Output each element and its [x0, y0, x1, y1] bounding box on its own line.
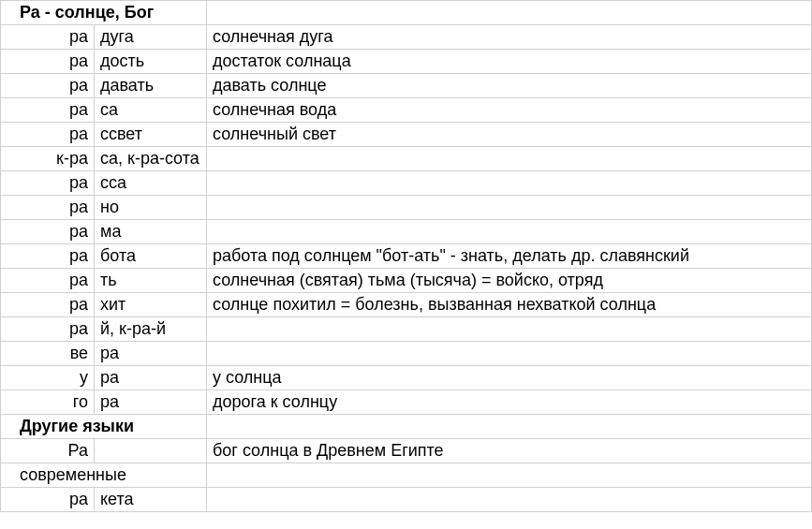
cell-prefix: у: [1, 366, 95, 390]
cell-prefix: ра: [1, 244, 95, 269]
cell-prefix: ра: [1, 269, 95, 293]
cell-meaning: [207, 196, 812, 220]
cell-suffix: ма: [95, 220, 207, 244]
cell-meaning: солнечная вода: [207, 98, 812, 123]
cell-prefix: ра: [1, 74, 95, 98]
table-row: вера: [1, 342, 812, 366]
cell-meaning: [207, 488, 812, 512]
cell-suffix: ра: [95, 366, 207, 390]
cell-meaning: работа под солнцем "бот-ать" - знать, де…: [207, 244, 812, 269]
cell-meaning: давать солнце: [207, 74, 812, 98]
table-row: рай, к-ра-й: [1, 317, 812, 342]
cell-prefix: ра: [1, 293, 95, 317]
table-row: радаватьдавать солнце: [1, 74, 812, 98]
cell-prefix: Ра: [1, 439, 95, 463]
cell-suffix: дость: [95, 50, 207, 74]
cell-suffix: ть: [95, 269, 207, 293]
cell-suffix: ра: [95, 390, 207, 415]
cell-prefix: ра: [1, 50, 95, 74]
cell-suffix: сса: [95, 171, 207, 196]
cell-meaning: у солнца: [207, 366, 812, 390]
cell-meaning: солнечный свет: [207, 123, 812, 147]
cell-meaning: [207, 463, 812, 488]
cell-prefix: го: [1, 390, 95, 415]
cell-meaning: бог солнца в Древнем Египте: [207, 439, 812, 463]
table-row: Рабог солнца в Древнем Египте: [1, 439, 812, 463]
table-row: Другие языки: [1, 415, 812, 439]
cell-meaning: [207, 147, 812, 171]
cell-prefix: ве: [1, 342, 95, 366]
cell-meaning: [207, 1, 812, 25]
table-row: радостьдостаток солнаца: [1, 50, 812, 74]
cell-meaning: [207, 220, 812, 244]
cell-suffix: хит: [95, 293, 207, 317]
cell-meaning: солнечная дуга: [207, 25, 812, 50]
cell-prefix: ра: [1, 25, 95, 50]
cell-prefix: ра: [1, 317, 95, 342]
cell-suffix: бота: [95, 244, 207, 269]
cell-meaning: достаток солнаца: [207, 50, 812, 74]
table-row: ракета: [1, 488, 812, 512]
cell-meaning: [207, 317, 812, 342]
cell-prefix: Другие языки: [1, 415, 207, 439]
cell-suffix: са: [95, 98, 207, 123]
cell-suffix: кета: [95, 488, 207, 512]
cell-meaning: солнечная (святая) тьма (тысяча) = войск…: [207, 269, 812, 293]
etymology-table: Ра - солнце, Боградугасолнечная дугарадо…: [0, 0, 812, 512]
table-row: горадорога к солнцу: [1, 390, 812, 415]
cell-meaning: солнце похитил = болезнь, вызванная нехв…: [207, 293, 812, 317]
cell-suffix: дуга: [95, 25, 207, 50]
table-row: радугасолнечная дуга: [1, 25, 812, 50]
cell-meaning: [207, 171, 812, 196]
table-row: урау солнца: [1, 366, 812, 390]
cell-suffix: ра: [95, 342, 207, 366]
cell-prefix: ра: [1, 123, 95, 147]
table-row: рано: [1, 196, 812, 220]
table-row: работаработа под солнцем "бот-ать" - зна…: [1, 244, 812, 269]
cell-suffix: но: [95, 196, 207, 220]
table-row: рахитсолнце похитил = болезнь, вызванная…: [1, 293, 812, 317]
table-row: расса: [1, 171, 812, 196]
cell-meaning: [207, 415, 812, 439]
table-row: ратьсолнечная (святая) тьма (тысяча) = в…: [1, 269, 812, 293]
table-row: рама: [1, 220, 812, 244]
cell-prefix: современные: [1, 463, 207, 488]
cell-prefix: ра: [1, 196, 95, 220]
cell-suffix: са, к-ра-сота: [95, 147, 207, 171]
cell-meaning: [207, 342, 812, 366]
cell-suffix: ссвет: [95, 123, 207, 147]
table-row: современные: [1, 463, 812, 488]
cell-prefix: к-ра: [1, 147, 95, 171]
cell-prefix: ра: [1, 98, 95, 123]
table-row: расасолнечная вода: [1, 98, 812, 123]
cell-suffix: давать: [95, 74, 207, 98]
cell-suffix: й, к-ра-й: [95, 317, 207, 342]
cell-prefix: Ра - солнце, Бог: [1, 1, 207, 25]
cell-prefix: ра: [1, 220, 95, 244]
table-row: рассветсолнечный свет: [1, 123, 812, 147]
table-row: к-раса, к-ра-сота: [1, 147, 812, 171]
table-row: Ра - солнце, Бог: [1, 1, 812, 25]
cell-prefix: ра: [1, 171, 95, 196]
cell-suffix: [95, 439, 207, 463]
cell-meaning: дорога к солнцу: [207, 390, 812, 415]
cell-prefix: ра: [1, 488, 95, 512]
